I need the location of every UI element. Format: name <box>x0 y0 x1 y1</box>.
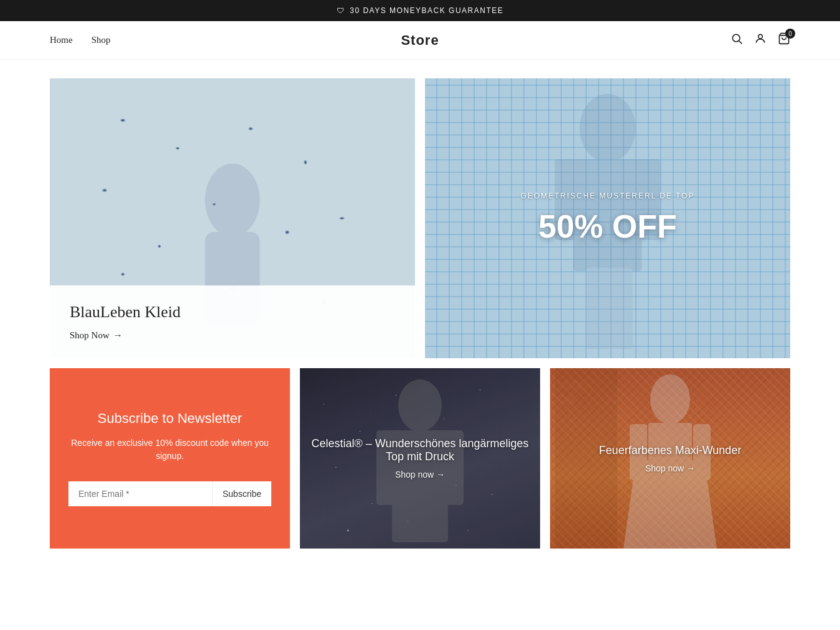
newsletter-title: Subscribe to Newsletter <box>98 410 242 427</box>
product-card-2-link[interactable]: Shop now → <box>645 463 695 473</box>
svg-rect-11 <box>608 268 633 349</box>
hero-right: GEOMETRISCHE MUSTERERL DE TOP 50% OFF <box>425 78 790 358</box>
cart-count: 0 <box>785 29 795 39</box>
hero-right-image: GEOMETRISCHE MUSTERERL DE TOP 50% OFF <box>425 78 790 358</box>
product-card-2: Feuerfarbenes Maxi-Wunder Shop now → <box>550 368 790 549</box>
svg-point-2 <box>758 34 763 39</box>
newsletter-description: Receive an exclusive 10% discount code w… <box>68 437 271 463</box>
product-card-1-title: Celestial® – Wunderschönes langärmeliges… <box>300 437 540 463</box>
search-icon <box>730 32 743 45</box>
hero-left-caption: BlauLeben Kleid Shop Now → <box>50 285 415 358</box>
product-card-2-overlay: Feuerfarbenes Maxi-Wunder Shop now → <box>550 368 790 549</box>
product-card-2-link-text: Shop now → <box>645 463 695 473</box>
hero-left: BlauLeben Kleid Shop Now → <box>50 78 415 358</box>
arrow-icon: → <box>113 330 123 341</box>
product-card-1-overlay: Celestial® – Wunderschönes langärmeliges… <box>300 368 540 549</box>
newsletter-email-input[interactable] <box>68 481 212 506</box>
svg-rect-10 <box>586 268 611 349</box>
svg-point-6 <box>580 94 636 162</box>
account-icon <box>754 32 767 45</box>
newsletter-card: Subscribe to Newsletter Receive an exclu… <box>50 368 290 549</box>
product-card-1: Celestial® – Wunderschönes langärmeliges… <box>300 368 540 549</box>
promo-title: 50% OFF <box>521 208 695 245</box>
svg-line-1 <box>739 41 742 44</box>
bottom-grid: Subscribe to Newsletter Receive an exclu… <box>50 368 790 549</box>
newsletter-subscribe-button[interactable]: Subscribe <box>212 481 271 506</box>
product-card-1-link[interactable]: Shop now → <box>395 470 445 479</box>
cart-button[interactable]: 0 <box>778 32 790 48</box>
product-card-2-title: Feuerfarbenes Maxi-Wunder <box>589 444 752 457</box>
main-nav: Home Shop <box>50 35 111 45</box>
hero-left-title: BlauLeben Kleid <box>70 303 395 322</box>
shield-icon: 🛡 <box>337 6 345 15</box>
shop-now-link[interactable]: Shop Now → <box>70 330 395 341</box>
promo-subtitle: GEOMETRISCHE MUSTERERL DE TOP <box>521 192 695 200</box>
main-content: BlauLeben Kleid Shop Now → <box>0 60 840 567</box>
hero-grid: BlauLeben Kleid Shop Now → <box>50 78 790 358</box>
nav-shop[interactable]: Shop <box>91 35 111 45</box>
header: Home Shop Store 0 <box>0 21 840 60</box>
svg-point-4 <box>205 164 259 236</box>
newsletter-form: Subscribe <box>68 481 271 506</box>
promo-overlay: GEOMETRISCHE MUSTERERL DE TOP 50% OFF <box>521 192 695 245</box>
site-logo: Store <box>401 32 439 49</box>
nav-home[interactable]: Home <box>50 35 73 45</box>
svg-point-0 <box>732 34 740 42</box>
subscribe-label: Subscribe <box>223 489 261 499</box>
product-card-1-link-text: Shop now → <box>395 470 445 479</box>
banner-text: 30 DAYS MONEYBACK GUARANTEE <box>350 6 503 15</box>
shop-now-text: Shop Now <box>70 330 110 341</box>
search-button[interactable] <box>730 32 743 48</box>
account-button[interactable] <box>754 32 767 48</box>
top-banner: 🛡 30 DAYS MONEYBACK GUARANTEE <box>0 0 840 21</box>
header-icons: 0 <box>730 32 790 48</box>
